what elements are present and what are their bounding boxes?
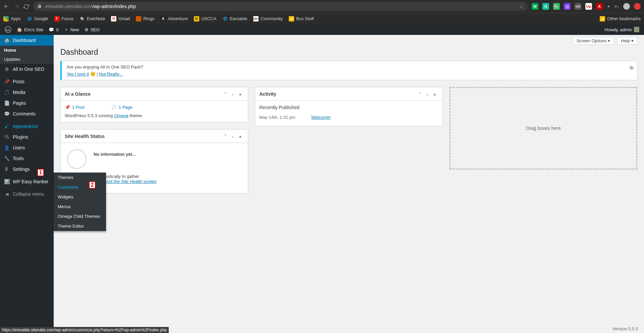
bookmark-adventure[interactable]: AAdventure (160, 16, 187, 21)
bookmark-focus[interactable]: FFocus (54, 16, 73, 21)
dismiss-icon[interactable]: ⊗ (629, 64, 634, 71)
help-button[interactable]: Help▾ (617, 37, 637, 45)
address-bar[interactable]: ericwilde.siterubix.com/wp-admin/index.p… (33, 2, 528, 11)
bookmark-evernote[interactable]: 🐘EverNote (79, 16, 105, 21)
lock-icon (37, 4, 42, 9)
activity-post-link[interactable]: Welcome! (311, 115, 331, 120)
bookmark-earnable[interactable]: 🌐Earnable (222, 16, 247, 21)
annotation-2: 2 (89, 181, 96, 189)
apps-icon (3, 16, 9, 21)
content-area: Screen Options▾ Help▾ Dashboard Are you … (54, 35, 644, 333)
submenu-menus[interactable]: Menus (54, 202, 106, 211)
bookmark-rings[interactable]: Rings (136, 16, 154, 21)
bookmark-icon: A (160, 16, 166, 21)
ext-icon[interactable]: W (532, 3, 538, 10)
url-text: ericwilde.siterubix.com/wp-admin/index.p… (45, 4, 136, 9)
gear-icon: ⚙ (85, 27, 89, 32)
star-icon[interactable]: ☆ (519, 4, 524, 9)
move-up-icon[interactable]: ⌃ (222, 90, 229, 98)
pin-icon: 📌 (3, 79, 10, 84)
reload-button[interactable] (23, 4, 29, 9)
pages-count-link[interactable]: 1 Page (119, 105, 132, 110)
dropzone[interactable]: Drag boxes here (449, 87, 637, 170)
bookmark-community[interactable]: IWTCommunity (253, 16, 283, 21)
ext-icon-evernote[interactable]: 🐘 (553, 3, 560, 10)
ext-icon-adobe[interactable]: A (596, 3, 603, 10)
health-gauge-icon (67, 149, 87, 169)
posts-count-link[interactable]: 1 Post (72, 105, 85, 110)
bookmark-uscca[interactable]: UUSCCA (194, 16, 217, 21)
submenu-widgets[interactable]: Widgets (54, 192, 106, 202)
toggle-icon[interactable]: ▴ (431, 90, 438, 98)
apps-button[interactable]: Apps (3, 16, 21, 21)
seo-link[interactable]: ⚙SEO (82, 24, 102, 35)
menu-appearance[interactable]: 🖌Appearance (0, 121, 54, 132)
profile-indicator[interactable] (634, 3, 641, 10)
activity-box: Activity ⌃ ⌄ ▴ Recently Published May 14… (255, 87, 443, 126)
submenu-customize[interactable]: Customize (54, 182, 106, 192)
submenu-omega[interactable]: Omega Child Themes (54, 211, 106, 221)
pin-icon: 📌 (65, 105, 70, 110)
recent-published-heading: Recently Published (259, 105, 438, 110)
extensions-icon[interactable]: ✦ (607, 4, 610, 9)
move-up-icon[interactable]: ⌃ (222, 133, 229, 140)
activity-date: May 14th, 1:32 pm (259, 115, 311, 120)
comments-link[interactable]: 💬0 (46, 24, 61, 35)
theme-link[interactable]: Omega (114, 113, 128, 118)
move-down-icon[interactable]: ⌄ (424, 90, 431, 98)
ext-icon[interactable]: ◫ (564, 3, 571, 10)
move-down-icon[interactable]: ⌄ (229, 90, 236, 98)
bookmark-bus[interactable]: 📁Bus Stuff (289, 16, 314, 21)
folder-icon: 📁 (600, 16, 605, 21)
move-up-icon[interactable]: ⌃ (416, 90, 424, 98)
move-down-icon[interactable]: ⌄ (229, 133, 236, 140)
submenu-themes[interactable]: Themes (54, 173, 106, 182)
browser-toolbar: ericwilde.siterubix.com/wp-admin/index.p… (0, 0, 644, 13)
health-noinfo: No information yet... (65, 147, 244, 157)
site-link[interactable]: 🏠Eric's Site (14, 24, 46, 35)
back-button[interactable] (3, 3, 9, 9)
box-title: Activity (259, 91, 416, 97)
menu-posts[interactable]: 📌Posts (0, 76, 54, 87)
menu-media[interactable]: 🎵Media (0, 87, 54, 98)
menu-plugins[interactable]: 🔌Plugins (0, 132, 54, 142)
menu-aioseo[interactable]: ⚙All in One SEO (0, 64, 54, 75)
notice-yes-link[interactable]: Yes I love it (67, 72, 89, 77)
ext-icon-up[interactable]: Up (585, 3, 592, 10)
playlist-icon[interactable]: ≡♪ (614, 4, 619, 9)
bookmark-google[interactable]: 🌐Google (27, 16, 48, 21)
box-title: At a Glance (65, 91, 222, 97)
menu-users[interactable]: 👤Users (0, 142, 54, 153)
menu-pages[interactable]: 📄Pages (0, 98, 54, 108)
account-link[interactable]: Howdy, admin (602, 24, 642, 35)
toggle-icon[interactable]: ▴ (236, 90, 244, 98)
other-bookmarks[interactable]: 📁Other bookmarks (600, 16, 641, 21)
site-health-link[interactable]: visit the Site Health screen (105, 179, 157, 184)
ext-icon-grammarly[interactable]: G (542, 3, 549, 10)
submenu-home[interactable]: Home (0, 46, 54, 55)
page-title: Dashboard (60, 45, 637, 61)
elephant-icon: 🐘 (79, 16, 85, 21)
notice-no-link[interactable]: Not Really... (99, 72, 122, 77)
forward-button[interactable] (13, 3, 19, 9)
profile-avatar[interactable] (623, 3, 630, 10)
ext-icon[interactable]: </> (575, 3, 581, 10)
globe-icon: 🌐 (27, 16, 32, 21)
wp-logo[interactable] (2, 24, 14, 35)
submenu-updates[interactable]: Updates (0, 55, 54, 64)
toggle-icon[interactable]: ▴ (236, 133, 244, 140)
menu-wpeasyranker[interactable]: 📊WP Easy Ranker (0, 176, 54, 187)
screen-options-button[interactable]: Screen Options▾ (573, 37, 614, 45)
collapse-menu[interactable]: ◀Collapse menu (0, 189, 54, 199)
menu-dashboard[interactable]: 🏠Dashboard (0, 35, 54, 46)
menu-comments[interactable]: 💬Comments (0, 108, 54, 119)
submenu-editor[interactable]: Theme Editor (54, 221, 106, 231)
menu-tools[interactable]: 🔧Tools (0, 153, 54, 164)
extension-icons: W G 🐘 ◫ </> Up A ✦ ≡♪ (532, 3, 641, 10)
menu-settings[interactable]: 🎚Settings (0, 164, 54, 175)
new-link[interactable]: ＋New (61, 24, 82, 35)
media-icon: 🎵 (3, 90, 10, 95)
collapse-icon: ◀ (3, 191, 10, 197)
bookmark-gmail[interactable]: MGmail (111, 16, 130, 21)
plug-icon: 🔌 (3, 134, 10, 140)
